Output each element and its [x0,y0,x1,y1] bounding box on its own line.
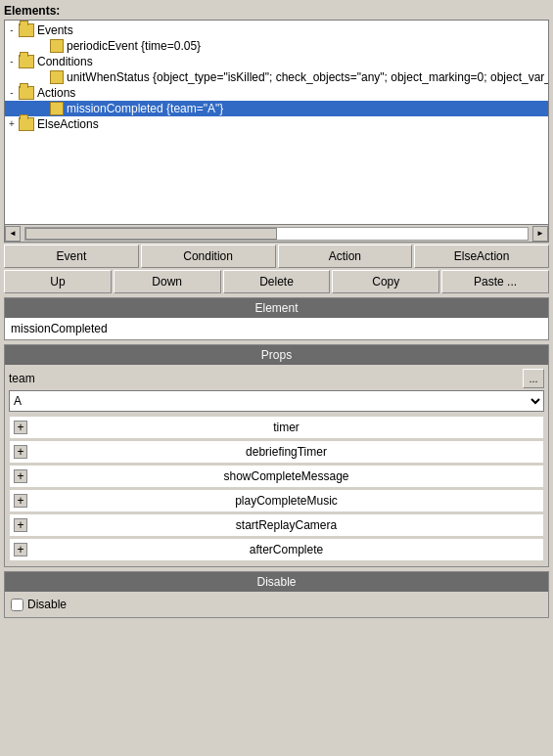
actions-expand-icon[interactable]: - [5,86,19,100]
disable-section: Disable Disable [4,571,549,618]
else-action-button[interactable]: ElseAction [414,245,549,268]
tree-item-mission-completed[interactable]: missionCompleted {team="A"} [5,101,548,116]
tree-item-actions[interactable]: - Actions [5,85,548,101]
h-scrollbar[interactable] [24,227,529,241]
else-actions-label: ElseActions [37,117,99,131]
events-folder-icon [19,23,34,37]
timer-expand-icon[interactable]: + [14,421,27,434]
team-label: team [9,372,523,385]
team-prop-row: team ... [9,369,544,388]
start-replay-camera-label: startReplayCamera [33,518,539,532]
disable-content: Disable [5,592,548,617]
element-section: Element missionCompleted [4,297,549,340]
tree-item-events[interactable]: - Events [5,22,548,38]
expandable-row-show-complete-message[interactable]: + showCompleteMessage [9,465,544,488]
events-label: Events [37,23,73,37]
disable-checkbox-wrapper: Disable [11,598,67,611]
actions-folder-icon [19,86,34,100]
play-complete-music-label: playCompleteMusic [33,494,539,508]
expandable-row-debriefing-timer[interactable]: + debriefingTimer [9,440,544,464]
scrollbar-area: ◄ ► [4,225,549,243]
expandable-rows-container: + timer + debriefingTimer + showComplete… [9,416,544,561]
events-expand-icon[interactable]: - [5,23,19,37]
disable-checkbox[interactable] [11,599,23,611]
disable-header: Disable [5,572,548,592]
tree-content[interactable]: - Events periodicEvent {time=0.05} - Con… [5,21,548,224]
connector-1 [36,39,50,53]
periodic-event-icon [50,39,64,53]
unit-when-status-label: unitWhenStatus {object_type="isKilled"; … [67,70,548,84]
action-button[interactable]: Action [278,245,413,268]
start-replay-camera-expand-icon[interactable]: + [14,518,27,532]
scroll-left-btn[interactable]: ◄ [5,226,21,242]
after-complete-label: afterComplete [33,543,539,556]
team-select[interactable]: A [9,390,544,412]
mission-completed-icon [50,102,64,115]
debriefing-timer-label: debriefingTimer [33,445,539,459]
tree-item-else-actions[interactable]: + ElseActions [5,116,548,132]
tree-item-conditions[interactable]: - Conditions [5,54,548,69]
timer-label: timer [33,421,539,434]
tree-item-periodic-event[interactable]: periodicEvent {time=0.05} [5,38,548,54]
expandable-row-timer[interactable]: + timer [9,416,544,439]
h-scrollbar-thumb[interactable] [25,228,277,240]
expandable-row-play-complete-music[interactable]: + playCompleteMusic [9,489,544,512]
event-button[interactable]: Event [4,245,139,268]
element-name-value: missionCompleted [5,318,548,339]
mission-completed-label: missionCompleted {team="A"} [67,102,223,115]
conditions-label: Conditions [37,55,93,68]
delete-button[interactable]: Delete [223,270,331,293]
button-row-1: Event Condition Action ElseAction [4,245,549,268]
connector-3 [36,102,50,115]
else-actions-folder-icon [19,117,34,131]
down-button[interactable]: Down [114,270,221,293]
else-actions-expand-icon[interactable]: + [5,117,19,131]
props-header: Props [5,345,548,365]
up-button[interactable]: Up [4,270,112,293]
team-input-row: A [9,390,544,412]
show-complete-message-expand-icon[interactable]: + [14,469,27,483]
props-content: team ... A + timer + debriefingTimer [5,365,548,566]
connector-2 [36,70,50,84]
debriefing-timer-expand-icon[interactable]: + [14,445,27,459]
actions-label: Actions [37,86,75,100]
condition-button[interactable]: Condition [141,245,276,268]
after-complete-expand-icon[interactable]: + [14,543,27,556]
expandable-row-after-complete[interactable]: + afterComplete [9,538,544,561]
tree-item-unit-when-status[interactable]: unitWhenStatus {object_type="isKilled"; … [5,69,548,85]
expandable-row-start-replay-camera[interactable]: + startReplayCamera [9,513,544,537]
play-complete-music-expand-icon[interactable]: + [14,494,27,508]
element-section-header: Element [5,298,548,318]
conditions-expand-icon[interactable]: - [5,55,19,68]
periodic-event-label: periodicEvent {time=0.05} [67,39,201,53]
conditions-folder-icon [19,55,34,68]
tree-container: - Events periodicEvent {time=0.05} - Con… [4,20,549,225]
team-ellipsis-button[interactable]: ... [523,369,544,388]
scroll-right-btn[interactable]: ► [532,226,548,242]
button-row-2: Up Down Delete Copy Paste ... [4,270,549,293]
paste-button[interactable]: Paste ... [441,270,549,293]
main-container: Elements: - Events periodicEvent {time=0… [0,0,553,622]
copy-button[interactable]: Copy [332,270,439,293]
disable-checkbox-label[interactable]: Disable [27,598,67,611]
unit-when-status-icon [50,70,64,84]
props-section: Props team ... A + timer + [4,344,549,567]
show-complete-message-label: showCompleteMessage [33,469,539,483]
elements-label: Elements: [4,4,549,18]
